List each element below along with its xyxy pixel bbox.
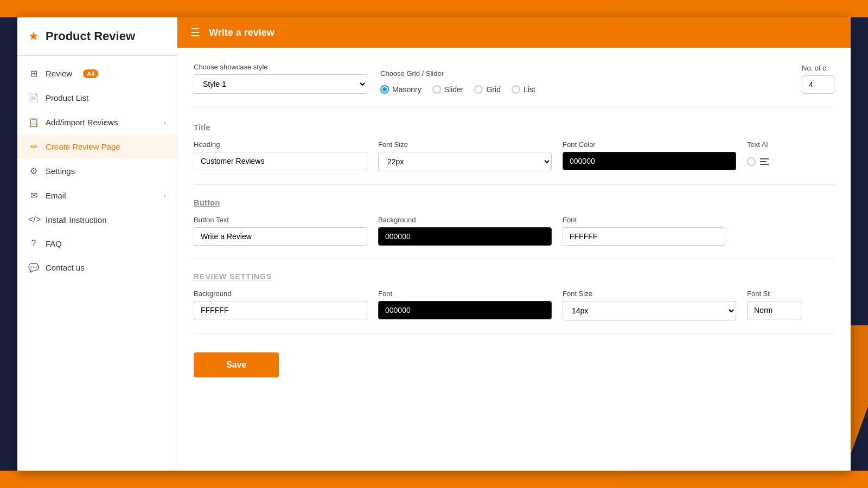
- question-icon: ?: [28, 239, 39, 248]
- radio-grid[interactable]: Grid: [474, 85, 500, 94]
- divider-1: [194, 184, 834, 185]
- svg-rect-2: [760, 164, 769, 165]
- sidebar-item-install-instruction-label: Install Instruction: [46, 215, 107, 224]
- gear-icon: ⚙: [28, 166, 39, 176]
- radio-list-label: List: [524, 85, 535, 94]
- sidebar-item-product-list[interactable]: 📄 Product List: [17, 86, 177, 110]
- font-size-label: Font Size: [378, 140, 552, 149]
- grid-icon: ⊞: [28, 68, 39, 79]
- chevron-icon-email: ‹: [164, 192, 166, 200]
- rs-font-label: Font: [378, 290, 552, 298]
- rs-font-style-group: Font St: [747, 290, 801, 319]
- sidebar-item-add-import[interactable]: 📋 Add/import Reviews ‹: [17, 110, 177, 134]
- edit-icon: ✏: [28, 142, 39, 152]
- button-form-row: Button Text Background Font: [194, 216, 834, 246]
- grid-slider-group: Choose Grid / Slider Masonry Slider G: [380, 69, 535, 94]
- review-settings-label: REVIEW SETTINGS: [194, 272, 834, 281]
- radio-slider-circle: [432, 85, 441, 94]
- radio-slider[interactable]: Slider: [432, 85, 464, 94]
- hamburger-icon[interactable]: ☰: [190, 26, 200, 39]
- radio-masonry-label: Masonry: [392, 85, 422, 94]
- review-settings-form-row: Background Font Font Size 10px12px14px16…: [194, 290, 834, 320]
- sidebar-item-add-import-label: Add/import Reviews: [46, 118, 118, 127]
- rs-font-style-label: Font St: [747, 290, 801, 298]
- chevron-icon: ‹: [164, 119, 166, 126]
- topbar: ☰ Write a review: [177, 17, 851, 48]
- rs-font-size-group: Font Size 10px12px14px16px18px: [563, 290, 736, 320]
- grid-slider-radio-group: Masonry Slider Grid List: [380, 85, 535, 94]
- title-section-label: Title: [194, 123, 834, 132]
- radio-masonry-circle: [380, 85, 389, 94]
- topbar-title: Write a review: [209, 27, 275, 38]
- main-content: ☰ Write a review Choose showcase style S…: [177, 17, 851, 471]
- no-of-columns-label: No. of c: [802, 64, 834, 72]
- button-bg-group: Background: [378, 216, 552, 246]
- sidebar-item-product-list-label: Product List: [46, 93, 88, 102]
- rs-background-input[interactable]: [194, 301, 367, 319]
- heading-input[interactable]: [194, 152, 367, 170]
- sidebar-item-review[interactable]: ⊞ Review All: [17, 61, 177, 86]
- showcase-style-select[interactable]: Style 1 Style 2 Style 3: [194, 74, 367, 94]
- sidebar-title: Product Review: [46, 29, 135, 43]
- divider-2: [194, 259, 834, 259]
- sidebar-item-install-instruction[interactable]: </> Install Instruction: [17, 208, 177, 232]
- review-settings-section: REVIEW SETTINGS Background Font Font Siz…: [194, 272, 834, 320]
- radio-list[interactable]: List: [512, 85, 535, 94]
- rs-font-style-input[interactable]: [747, 301, 801, 319]
- rs-font-group: Font: [378, 290, 552, 319]
- button-text-input[interactable]: [194, 227, 367, 246]
- sidebar-header: ★ Product Review: [17, 17, 177, 56]
- sidebar-item-create-review-page[interactable]: ✏ Create Review Page: [17, 134, 177, 159]
- star-icon: ★: [28, 29, 39, 43]
- showcase-row: Choose showcase style Style 1 Style 2 St…: [194, 63, 834, 107]
- sidebar-item-settings[interactable]: ⚙ Settings: [17, 159, 177, 183]
- no-of-columns-input[interactable]: [802, 75, 834, 94]
- radio-masonry[interactable]: Masonry: [380, 85, 422, 94]
- font-color-group: Font Color: [563, 140, 736, 170]
- radio-list-circle: [512, 85, 520, 94]
- rs-font-size-label: Font Size: [563, 290, 736, 298]
- title-form-row: Heading Font Size 12px14px16px18px20px22…: [194, 140, 834, 171]
- text-align-label: Text Al: [747, 140, 770, 149]
- radio-grid-label: Grid: [486, 85, 500, 94]
- button-section: Button Button Text Background Font: [194, 198, 834, 246]
- sidebar-item-faq-label: FAQ: [46, 239, 62, 248]
- rs-font-size-select[interactable]: 10px12px14px16px18px: [563, 301, 736, 320]
- button-font-label: Font: [563, 216, 725, 224]
- button-font-group: Font: [563, 216, 725, 246]
- button-section-label: Button: [194, 198, 834, 207]
- svg-rect-0: [760, 158, 769, 159]
- no-of-columns-group: No. of c: [802, 64, 834, 94]
- sidebar-item-contact-us[interactable]: 💬 Contact us: [17, 255, 177, 280]
- button-text-group: Button Text: [194, 216, 367, 246]
- button-bg-input[interactable]: [378, 227, 552, 246]
- heading-label: Heading: [194, 140, 367, 149]
- rs-background-group: Background: [194, 290, 367, 319]
- grid-slider-label: Choose Grid / Slider: [380, 69, 535, 78]
- chat-icon: 💬: [28, 262, 39, 273]
- text-align-group: Text Al: [747, 140, 770, 167]
- rs-font-input[interactable]: [378, 301, 552, 319]
- divider-3: [194, 333, 834, 334]
- save-button[interactable]: Save: [194, 352, 279, 377]
- document-icon: 📄: [28, 93, 39, 103]
- sidebar-item-email-label: Email: [46, 191, 66, 200]
- sidebar-item-create-review-page-label: Create Review Page: [46, 142, 120, 151]
- svg-rect-1: [760, 161, 767, 162]
- sidebar-item-email[interactable]: ✉ Email ‹: [17, 183, 177, 208]
- text-align-radio[interactable]: [747, 157, 756, 166]
- showcase-style-label: Choose showcase style: [194, 63, 367, 71]
- font-size-select[interactable]: 12px14px16px18px20px22px24px: [378, 152, 552, 171]
- email-icon: ✉: [28, 190, 39, 201]
- sidebar: ★ Product Review ⊞ Review All 📄 Product …: [17, 17, 177, 471]
- sidebar-item-contact-us-label: Contact us: [46, 263, 85, 272]
- font-color-input[interactable]: [563, 152, 736, 170]
- layers-icon: 📋: [28, 117, 39, 127]
- sidebar-nav: ⊞ Review All 📄 Product List 📋 Add/import…: [17, 56, 177, 471]
- sidebar-item-faq[interactable]: ? FAQ: [17, 232, 177, 255]
- font-color-label: Font Color: [563, 140, 736, 149]
- heading-group: Heading: [194, 140, 367, 170]
- title-section: Title Heading Font Size 12px14px16px18px…: [194, 123, 834, 171]
- align-icon[interactable]: [759, 156, 770, 167]
- button-font-input[interactable]: [563, 227, 725, 246]
